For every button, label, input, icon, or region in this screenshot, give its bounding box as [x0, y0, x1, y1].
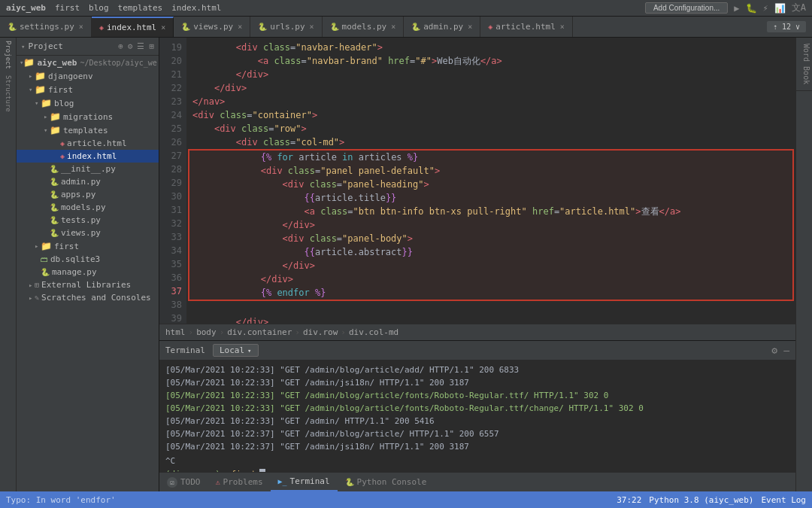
menu-templates[interactable]: templates: [118, 3, 163, 13]
folder-icon: 📁: [50, 111, 61, 122]
activity-project[interactable]: Project: [5, 41, 12, 69]
tab-views-py-label: views.py: [193, 22, 233, 32]
code-line-36: </div>: [188, 272, 794, 286]
tree-item-apps-py[interactable]: 🐍 apps.py: [17, 188, 159, 201]
editor-panel: 19 20 21 22 23 24 25 26 27 28 29 30 31 3…: [159, 38, 795, 491]
menu-index-html[interactable]: index.html: [171, 3, 221, 13]
tab-settings-py-label: settings.py: [20, 22, 74, 32]
code-editor: 19 20 21 22 23 24 25 26 27 28 29 30 31 3…: [159, 38, 795, 324]
code-line-25: <div class="row">: [186, 122, 795, 135]
tab-settings-py[interactable]: 🐍 settings.py ×: [0, 17, 92, 37]
tab-todo[interactable]: ☑ TODO: [159, 473, 208, 491]
breadcrumb-row[interactable]: div.row: [303, 327, 338, 337]
menu-first[interactable]: first: [55, 3, 80, 13]
terminal-bottom-label: Terminal: [290, 476, 330, 486]
close-icon[interactable]: ×: [560, 23, 565, 31]
tree-item-tests-py[interactable]: 🐍 tests.py: [17, 214, 159, 227]
tree-item-init-py[interactable]: 🐍 __init__.py: [17, 163, 159, 175]
status-typo[interactable]: Typo: In word 'endfor': [6, 495, 116, 505]
status-bar: Typo: In word 'endfor' 37:22 Python 3.8 …: [0, 491, 812, 508]
sidebar-expand-icon[interactable]: ⊞: [149, 41, 154, 51]
profile-icon[interactable]: 📊: [774, 3, 786, 14]
tab-views-py[interactable]: 🐍 views.py ×: [174, 17, 250, 37]
manage-py-label: manage.py: [52, 267, 97, 277]
status-python[interactable]: Python 3.8 (aiyc_web): [649, 495, 753, 505]
db-sqlite3-label: db.sqlite3: [50, 254, 100, 264]
status-position[interactable]: 37:22: [617, 495, 641, 505]
tab-index-html-label: index.html: [107, 23, 156, 32]
coverage-icon[interactable]: ⚡: [763, 3, 768, 14]
close-icon[interactable]: ×: [238, 23, 242, 31]
breadcrumb-html[interactable]: html: [165, 327, 186, 337]
close-icon[interactable]: ×: [161, 23, 165, 32]
tab-problems[interactable]: ⚠ Problems: [208, 473, 271, 491]
tree-item-blog[interactable]: ▾ 📁 blog: [17, 96, 159, 110]
tree-item-first-sub[interactable]: ▸ 📁 first: [17, 239, 159, 253]
tree-item-migrations[interactable]: ▸ 📁 migrations: [17, 110, 159, 123]
close-icon[interactable]: ×: [310, 23, 314, 31]
tree-item-first[interactable]: ▾ 📁 first: [17, 83, 159, 96]
sidebar-collapse-all-icon[interactable]: ☰: [137, 41, 144, 51]
tree-item-manage-py[interactable]: 🐍 manage.py: [17, 266, 159, 278]
sidebar-sync-icon[interactable]: ⊕: [118, 41, 123, 51]
tab-admin-py-label: admin.py: [423, 22, 463, 32]
sidebar-gear-icon[interactable]: ⚙: [128, 41, 133, 51]
problems-label: Problems: [223, 477, 263, 487]
tree-item-templates[interactable]: ▾ 📁 templates: [17, 123, 159, 137]
breadcrumb-col-md[interactable]: div.col-md: [349, 327, 398, 337]
html-file-icon: ◈: [60, 139, 65, 148]
terminal-body[interactable]: [05/Mar/2021 10:22:33] "GET /admin/blog/…: [159, 360, 795, 472]
breadcrumb-sep-3: ›: [295, 327, 300, 337]
term-line-7: [05/Mar/2021 10:22:37] "GET /admin/jsi18…: [165, 440, 789, 453]
py-icon: 🐍: [330, 23, 339, 31]
tab-index-html[interactable]: ◈ index.html ×: [92, 17, 174, 37]
tree-item-index-html[interactable]: ◈ index.html: [17, 150, 159, 163]
word-book-tab[interactable]: Word Book: [796, 38, 812, 91]
add-config-button[interactable]: Add Configuration...: [645, 2, 728, 14]
tab-admin-py[interactable]: 🐍 admin.py ×: [404, 17, 480, 37]
tab-terminal-bottom[interactable]: ▶_ Terminal: [271, 473, 338, 491]
tree-item-models-py[interactable]: 🐍 models.py: [17, 201, 159, 214]
tree-item-aiyc-web[interactable]: ▾ 📁 aiyc_web ~/Desktop/aiyc_we: [17, 56, 159, 69]
tree-item-db-sqlite3[interactable]: 🗃 db.sqlite3: [17, 253, 159, 266]
code-line-19: <div class="navbar-header">: [186, 41, 795, 54]
close-icon[interactable]: ×: [468, 23, 472, 31]
tree-item-admin-py[interactable]: 🐍 admin.py: [17, 175, 159, 188]
py-file-icon: 🐍: [50, 190, 59, 199]
code-line-38: [186, 302, 795, 315]
code-line-22: </div>: [186, 81, 795, 95]
breadcrumb-body[interactable]: body: [196, 327, 217, 337]
close-icon[interactable]: ×: [79, 23, 83, 31]
tab-python-console[interactable]: 🐍 Python Console: [338, 473, 435, 491]
tree-item-djangoenv[interactable]: ▸ 📁 djangoenv: [17, 69, 159, 83]
menu-blog[interactable]: blog: [89, 3, 109, 13]
code-content[interactable]: <div class="navbar-header"> <a class="na…: [186, 38, 795, 324]
external-libs-label: External Libraries: [41, 280, 131, 290]
views-py-label: views.py: [61, 228, 101, 238]
terminal-settings-icon[interactable]: ⚙: [771, 345, 777, 356]
tree-item-scratches[interactable]: ▸ ✎ Scratches and Consoles: [17, 291, 159, 304]
left-activity-bar: Project Structure: [0, 38, 17, 491]
code-line-26: <div class="col-md">: [186, 135, 795, 149]
status-event-log[interactable]: Event Log: [761, 495, 806, 505]
sidebar-collapse-icon[interactable]: ▾: [21, 43, 25, 50]
py-icon: 🐍: [181, 23, 190, 31]
py-file-icon: 🐍: [50, 165, 59, 173]
scratch-icon: ✎: [35, 294, 39, 302]
tree-item-article-html[interactable]: ◈ article.html: [17, 137, 159, 150]
tree-item-views-py[interactable]: 🐍 views.py: [17, 227, 159, 239]
activity-structure[interactable]: Structure: [5, 75, 12, 112]
breadcrumb-container[interactable]: div.container: [227, 327, 292, 337]
code-line-33: <div class="panel-body">: [188, 232, 794, 245]
terminal-minimize-icon[interactable]: —: [783, 345, 789, 356]
code-line-30: {{article.title}}: [188, 191, 794, 205]
tab-article-html[interactable]: ◈ article.html ×: [480, 17, 573, 37]
run-icon[interactable]: ▶: [734, 3, 739, 14]
tab-models-py[interactable]: 🐍 models.py ×: [323, 17, 404, 37]
tab-urls-py[interactable]: 🐍 urls.py ×: [250, 17, 322, 37]
terminal-local-dropdown[interactable]: Local ▾: [213, 344, 259, 357]
tree-item-external-libs[interactable]: ▸ ⊞ External Libraries: [17, 278, 159, 291]
translate-icon[interactable]: 文A: [792, 2, 806, 14]
close-icon[interactable]: ×: [391, 23, 395, 31]
debug-icon[interactable]: 🐛: [746, 3, 757, 14]
